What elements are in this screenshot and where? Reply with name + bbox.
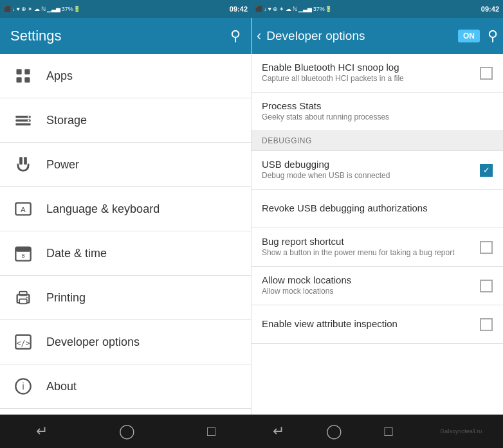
r-bars-icon: ▁▃▅ <box>298 6 312 12</box>
apps-label: Apps <box>46 69 73 83</box>
settings-item-power[interactable]: Power <box>0 143 251 187</box>
bars-icon: ▁▃▅ <box>47 6 60 12</box>
settings-item-developer[interactable]: </> Developer options <box>0 320 251 364</box>
left-nav-bar: ↵ ◯ □ <box>0 415 252 448</box>
right-header: ‹ Developer options ON ⚲ <box>252 18 503 54</box>
process-stats-text: Process Stats Geeky stats about running … <box>262 100 493 123</box>
apps-icon <box>10 63 36 89</box>
left-status-icons: ⬛ ↓ ♥ ⊕ ✶ ☁ ℕ ▁▃▅ 37%🔋 <box>4 6 80 12</box>
cloud-icon: ☁ <box>34 6 40 12</box>
power-icon <box>10 152 36 177</box>
dev-item-mock-locations[interactable]: Allow mock locations Allow mock location… <box>252 267 503 305</box>
r-signal-icon: ⬛ <box>255 6 262 12</box>
view-attribute-text: Enable view attribute inspection <box>262 318 480 330</box>
usb-debugging-text: USB debugging Debug mode when USB is con… <box>262 159 480 181</box>
storage-icon <box>10 107 36 133</box>
right-time: 09:42 <box>481 5 499 13</box>
settings-search-icon[interactable]: ⚲ <box>230 28 241 44</box>
settings-item-apps[interactable]: Apps <box>0 54 251 98</box>
screens-container: Settings ⚲ Apps <box>0 18 503 415</box>
settings-item-language[interactable]: A Language & keyboard <box>0 187 251 231</box>
heart-icon: ♥ <box>17 6 20 12</box>
right-status-bar: ⬛ ↓ ♥ ⊕ ✶ ☁ ℕ ▁▃▅ 37%🔋 09:42 <box>252 0 503 18</box>
svg-rect-17 <box>19 299 27 303</box>
settings-list: Apps Storage <box>0 54 251 415</box>
left-time: 09:42 <box>230 5 248 13</box>
bluetooth-hci-text: Enable Bluetooth HCI snoop log Capture a… <box>262 62 480 84</box>
right-back-nav-icon[interactable]: ↵ <box>273 423 284 440</box>
bluetooth-hci-subtitle: Capture all bluetooth HCI packets in a f… <box>262 74 472 84</box>
bug-report-title: Bug report shortcut <box>262 236 472 247</box>
settings-item-datetime[interactable]: 8 Date & time <box>0 231 251 276</box>
dev-item-revoke-usb[interactable]: Revoke USB debugging authorizations <box>252 190 503 228</box>
r-bt-icon: ✶ <box>279 6 284 12</box>
r-nfc-icon: ⊕ <box>273 6 278 12</box>
printing-icon <box>10 285 36 310</box>
language-icon: A <box>10 196 36 222</box>
right-nav-bar: ↵ ◯ □ Galaxynoteall.ru <box>252 415 503 448</box>
usb-debugging-checkbox[interactable] <box>480 164 493 177</box>
mock-locations-title: Allow mock locations <box>262 274 472 285</box>
developer-options-title: Developer options <box>266 29 453 43</box>
dev-item-usb-debugging[interactable]: USB debugging Debug mode when USB is con… <box>252 151 503 190</box>
datetime-label: Date & time <box>46 247 107 260</box>
revoke-usb-text: Revoke USB debugging authorizations <box>262 202 493 215</box>
language-label: Language & keyboard <box>46 202 160 216</box>
dev-item-process-stats[interactable]: Process Stats Geeky stats about running … <box>252 93 503 131</box>
revoke-usb-title: Revoke USB debugging authorizations <box>262 202 485 213</box>
about-label: About <box>46 380 77 393</box>
right-home-nav-icon[interactable]: ◯ <box>326 423 342 440</box>
developer-toggle[interactable]: ON <box>458 30 480 42</box>
power-label: Power <box>46 158 79 172</box>
view-attribute-checkbox[interactable] <box>480 318 493 331</box>
mock-locations-text: Allow mock locations Allow mock location… <box>262 274 480 297</box>
dev-item-bluetooth-hci[interactable]: Enable Bluetooth HCI snoop log Capture a… <box>252 54 503 93</box>
left-home-nav-icon[interactable]: ◯ <box>119 423 135 440</box>
about-icon: i <box>10 373 36 399</box>
settings-item-storage[interactable]: Storage <box>0 98 251 143</box>
process-stats-title: Process Stats <box>262 100 485 111</box>
r-download-icon: ↓ <box>264 6 267 12</box>
wifi-icon: ℕ <box>41 6 46 12</box>
svg-rect-2 <box>17 77 22 82</box>
settings-item-about[interactable]: i About <box>0 364 251 409</box>
svg-rect-1 <box>24 69 30 75</box>
bt-icon: ✶ <box>28 6 33 12</box>
watermark-text: Galaxynoteall.ru <box>440 428 482 435</box>
right-recent-nav-icon[interactable]: □ <box>385 423 393 440</box>
mock-locations-checkbox[interactable] <box>480 280 493 292</box>
r-wifi-icon: ℕ <box>293 6 297 12</box>
svg-rect-3 <box>24 77 30 82</box>
printing-label: Printing <box>46 291 86 305</box>
dev-item-view-attribute[interactable]: Enable view attribute inspection <box>252 305 503 344</box>
developer-label: Developer options <box>46 336 140 349</box>
storage-label: Storage <box>46 114 87 127</box>
right-panel: ‹ Developer options ON ⚲ Enable Bluetoot… <box>252 18 503 415</box>
left-status-bar: ⬛ ↓ ♥ ⊕ ✶ ☁ ℕ ▁▃▅ 37%🔋 09:42 <box>0 0 252 18</box>
battery-left: 37%🔋 <box>62 6 80 12</box>
developer-search-icon[interactable]: ⚲ <box>488 28 498 44</box>
left-recent-nav-icon[interactable]: □ <box>207 423 215 440</box>
back-icon[interactable]: ‹ <box>257 28 261 44</box>
bluetooth-hci-checkbox[interactable] <box>480 67 493 80</box>
right-status-icons: ⬛ ↓ ♥ ⊕ ✶ ☁ ℕ ▁▃▅ 37%🔋 <box>255 6 332 12</box>
settings-item-printing[interactable]: Printing <box>0 276 251 320</box>
svg-rect-14 <box>15 247 30 252</box>
download-icon: ↓ <box>12 6 15 12</box>
view-attribute-title: Enable view attribute inspection <box>262 318 472 329</box>
developer-options-list: Enable Bluetooth HCI snoop log Capture a… <box>252 54 503 415</box>
svg-text:</>: </> <box>16 339 30 348</box>
developer-icon: </> <box>10 329 36 355</box>
svg-point-7 <box>28 116 29 118</box>
svg-text:8: 8 <box>21 253 24 259</box>
dev-item-bug-report[interactable]: Bug report shortcut Show a button in the… <box>252 228 503 267</box>
left-back-nav-icon[interactable]: ↵ <box>36 423 48 440</box>
r-battery: 37%🔋 <box>313 6 332 12</box>
nav-bars-row: ↵ ◯ □ ↵ ◯ □ Galaxynoteall.ru <box>0 415 503 448</box>
left-header: Settings ⚲ <box>0 18 251 54</box>
bug-report-checkbox[interactable] <box>480 241 493 254</box>
datetime-icon: 8 <box>10 240 36 266</box>
svg-rect-6 <box>15 123 30 126</box>
svg-rect-10 <box>24 157 27 165</box>
bluetooth-hci-title: Enable Bluetooth HCI snoop log <box>262 62 472 73</box>
